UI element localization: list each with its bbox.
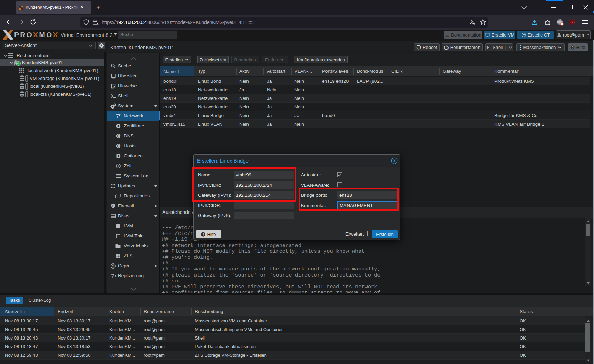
svg-text:UO: UO bbox=[571, 21, 574, 24]
svg-text:?: ? bbox=[202, 232, 204, 236]
svg-text:?: ? bbox=[572, 45, 574, 49]
svg-text:A: A bbox=[473, 22, 475, 25]
